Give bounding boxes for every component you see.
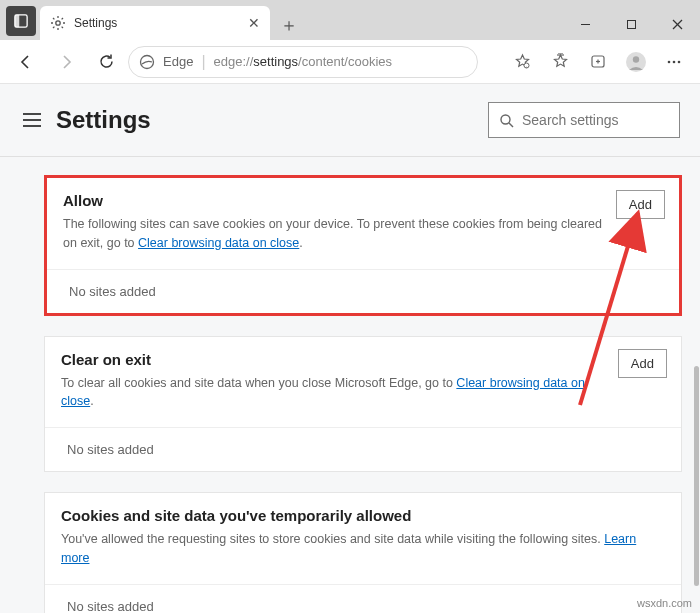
settings-content: Add Allow The following sites can save c… — [0, 157, 700, 613]
search-settings[interactable] — [488, 102, 680, 138]
edge-logo-icon — [139, 54, 155, 70]
svg-line-24 — [509, 123, 513, 127]
edge-label: Edge — [163, 54, 193, 69]
refresh-button[interactable] — [88, 44, 124, 80]
watermark: wsxdn.com — [637, 597, 692, 609]
scroll-thumb[interactable] — [694, 366, 699, 586]
clear-description: To clear all cookies and site data when … — [61, 374, 665, 412]
page-title: Settings — [56, 106, 151, 134]
title-bar: Settings ✕ ＋ — [0, 0, 700, 40]
browser-tab[interactable]: Settings ✕ — [40, 6, 270, 40]
allow-title: Allow — [63, 192, 663, 209]
back-button[interactable] — [8, 44, 44, 80]
svg-point-19 — [678, 60, 681, 63]
search-icon — [499, 113, 514, 128]
allow-description: The following sites can save cookies on … — [63, 215, 663, 253]
tab-title: Settings — [74, 16, 240, 30]
svg-rect-1 — [15, 15, 19, 27]
svg-point-17 — [668, 60, 671, 63]
maximize-button[interactable] — [608, 8, 654, 40]
svg-point-23 — [501, 115, 510, 124]
favorites-icon[interactable] — [542, 44, 578, 80]
allow-empty-state: No sites added — [47, 269, 679, 313]
menu-button[interactable] — [20, 108, 44, 132]
settings-header: Settings — [0, 84, 700, 157]
forward-button[interactable] — [48, 44, 84, 80]
search-input[interactable] — [522, 112, 697, 128]
gear-icon — [50, 15, 66, 31]
clear-browsing-data-link[interactable]: Clear browsing data on close — [138, 236, 299, 250]
address-bar[interactable]: Edge | edge://settings/content/cookies — [128, 46, 478, 78]
new-tab-button[interactable]: ＋ — [274, 10, 304, 40]
temporary-allowed-section: Cookies and site data you've temporarily… — [44, 492, 682, 613]
svg-rect-4 — [627, 20, 635, 28]
window-controls — [562, 8, 700, 40]
svg-point-16 — [633, 56, 639, 62]
allow-add-button[interactable]: Add — [616, 190, 665, 219]
clear-empty-state: No sites added — [45, 427, 681, 471]
close-tab-button[interactable]: ✕ — [248, 15, 260, 31]
browser-toolbar: Edge | edge://settings/content/cookies + — [0, 40, 700, 84]
close-window-button[interactable] — [654, 8, 700, 40]
temp-empty-state: No sites added — [45, 584, 681, 614]
clear-title: Clear on exit — [61, 351, 665, 368]
clear-on-exit-section: Add Clear on exit To clear all cookies a… — [44, 336, 682, 473]
minimize-button[interactable] — [562, 8, 608, 40]
more-menu-button[interactable] — [656, 44, 692, 80]
svg-point-18 — [673, 60, 676, 63]
svg-point-2 — [56, 21, 60, 25]
temp-description: You've allowed the requesting sites to s… — [61, 530, 665, 568]
tab-actions-button[interactable] — [6, 6, 36, 36]
scrollbar[interactable] — [690, 86, 700, 613]
clear-add-button[interactable]: Add — [618, 349, 667, 378]
temp-title: Cookies and site data you've temporarily… — [61, 507, 665, 524]
allow-section: Add Allow The following sites can save c… — [44, 175, 682, 316]
favorite-star-icon[interactable]: + — [504, 44, 540, 80]
profile-icon[interactable] — [618, 44, 654, 80]
url-text: edge://settings/content/cookies — [214, 54, 393, 69]
collections-icon[interactable] — [580, 44, 616, 80]
